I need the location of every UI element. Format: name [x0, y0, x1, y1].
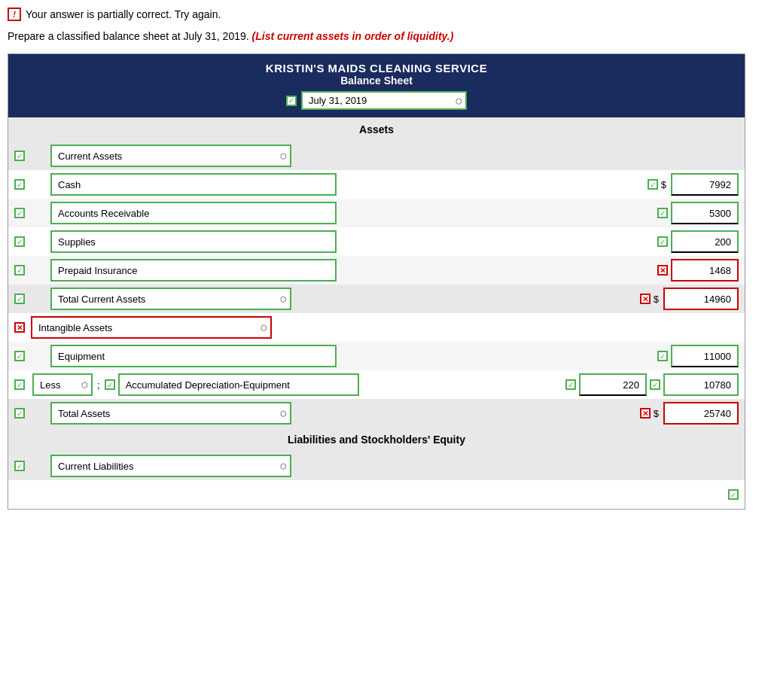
cash-value-field[interactable]: [671, 173, 739, 196]
accum-dep-value-check: ✓: [565, 379, 576, 390]
accum-dep-net-check: ✓: [650, 379, 660, 390]
assets-section-header: Assets: [8, 117, 745, 142]
accum-dep-check: ✓: [14, 379, 25, 390]
date-select[interactable]: July 31, 2019: [301, 91, 467, 110]
total-current-assets-select[interactable]: Total Current Assets: [50, 288, 291, 310]
total-ca-check: ✓: [14, 294, 25, 304]
total-assets-field[interactable]: [663, 402, 739, 425]
instruction-text: Prepare a classified balance sheet at Ju…: [8, 29, 763, 44]
total-assets-select[interactable]: Total Assets: [50, 402, 291, 425]
current-liabilities-row: ✓ Current Liabilities: [8, 452, 745, 480]
total-assets-row: ✓ Total Assets ✕ $: [8, 399, 745, 428]
total-assets-x-icon: ✕: [640, 408, 651, 418]
ar-row: ✓ ✓: [8, 199, 745, 227]
alert-message: Your answer is partially correct. Try ag…: [26, 8, 221, 20]
cash-value-check: ✓: [648, 179, 658, 190]
accum-dep-value-field[interactable]: [579, 373, 647, 396]
supplies-value-check: ✓: [657, 236, 668, 247]
total-assets-dollar: $: [654, 408, 659, 419]
bottom-row: ✓: [8, 480, 745, 509]
alert-banner: ! Your answer is partially correct. Try …: [8, 8, 763, 21]
current-assets-select[interactable]: Current Assets: [50, 145, 291, 167]
liabilities-section-header: Liabilities and Stockholders' Equity: [8, 428, 745, 452]
prepaid-label-field[interactable]: [50, 259, 337, 282]
sheet-title: Balance Sheet: [16, 75, 737, 87]
ar-value-field[interactable]: [671, 202, 739, 224]
prepaid-value-field[interactable]: [671, 259, 739, 282]
prepaid-row: ✓ ✕: [8, 256, 745, 285]
accum-dep-net-field[interactable]: [663, 373, 739, 396]
balance-sheet: KRISTIN'S MAIDS CLEANING SERVICE Balance…: [8, 53, 745, 510]
intangible-row: ✕ Intangible Assets: [8, 313, 745, 342]
equipment-row: ✓ ✓: [8, 342, 745, 370]
cash-label-field[interactable]: [50, 173, 337, 196]
accum-dep-label-field[interactable]: [118, 373, 359, 396]
intangible-assets-select[interactable]: Intangible Assets: [31, 316, 272, 339]
supplies-check: ✓: [14, 236, 25, 247]
supplies-label-field[interactable]: [50, 230, 337, 253]
bs-header: KRISTIN'S MAIDS CLEANING SERVICE Balance…: [8, 54, 745, 117]
total-ca-dollar: $: [654, 294, 659, 305]
current-liabilities-check: ✓: [14, 461, 25, 471]
total-ca-x-icon: ✕: [640, 294, 651, 304]
equipment-check: ✓: [14, 351, 25, 361]
total-current-assets-field[interactable]: [663, 288, 739, 310]
date-select-wrapper: July 31, 2019: [301, 91, 467, 110]
instruction-highlight: (List current assets in order of liquidi…: [252, 30, 454, 42]
bottom-check: ✓: [728, 489, 739, 500]
supplies-value-field[interactable]: [671, 230, 739, 253]
instruction-prefix: Prepare a classified balance sheet at Ju…: [8, 30, 249, 42]
current-assets-check: ✓: [14, 151, 25, 161]
accum-dep-label-check: ✓: [105, 379, 115, 390]
ar-value-check: ✓: [657, 208, 668, 218]
cash-row: ✓ ✓ $: [8, 170, 745, 199]
colon: ;: [97, 379, 100, 391]
prepaid-check: ✓: [14, 265, 25, 275]
ar-check: ✓: [14, 208, 25, 218]
current-assets-row: ✓ Current Assets: [8, 142, 745, 170]
supplies-row: ✓ ✓: [8, 227, 745, 256]
cash-check: ✓: [14, 179, 25, 190]
company-name: KRISTIN'S MAIDS CLEANING SERVICE: [16, 62, 737, 75]
equipment-value-check: ✓: [657, 351, 668, 361]
total-assets-check: ✓: [14, 408, 25, 418]
equipment-value-field[interactable]: [671, 345, 739, 367]
intangible-x-icon: ✕: [14, 322, 25, 333]
ar-label-field[interactable]: [50, 202, 337, 224]
less-select[interactable]: Less: [32, 373, 93, 396]
equipment-label-field[interactable]: [50, 345, 337, 367]
accum-dep-row: ✓ Less ; ✓ ✓ ✓: [8, 370, 745, 399]
prepaid-x-icon: ✕: [657, 265, 668, 275]
total-current-assets-row: ✓ Total Current Assets ✕ $: [8, 285, 745, 313]
alert-icon: !: [8, 8, 21, 21]
date-row: ✓ July 31, 2019: [16, 91, 737, 110]
cash-dollar: $: [661, 179, 666, 190]
date-check-icon: ✓: [286, 96, 297, 106]
current-liabilities-select[interactable]: Current Liabilities: [50, 455, 291, 477]
